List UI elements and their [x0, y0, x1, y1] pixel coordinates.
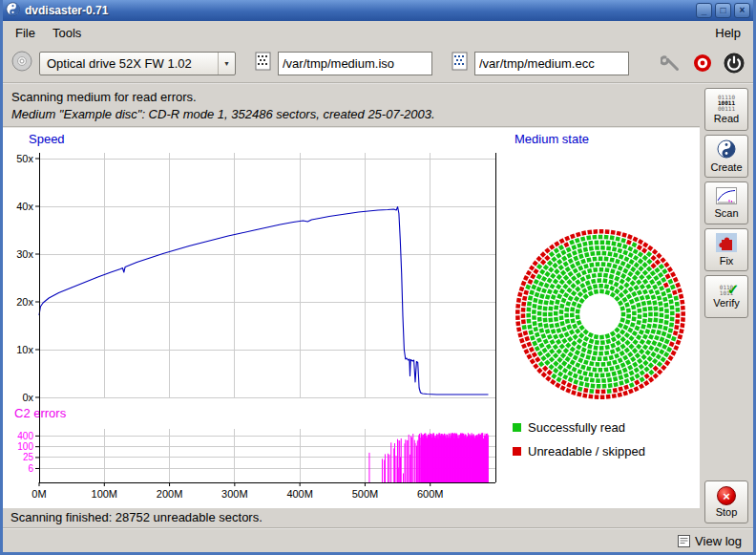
svg-text:0x: 0x — [22, 392, 33, 403]
toolbar: Optical drive 52X FW 1.02 ▼ — [3, 44, 753, 82]
read-button[interactable]: 01110 10011 00111 Read — [704, 88, 748, 131]
stop-button-label: Stop — [716, 506, 738, 518]
menu-tools[interactable]: Tools — [44, 23, 90, 43]
menu-file[interactable]: File — [7, 23, 44, 43]
menu-help[interactable]: Help — [706, 23, 749, 43]
drive-selector-value: Optical drive 52X FW 1.02 — [47, 56, 218, 71]
verify-button[interactable]: 0110 1011 ✓ Verify — [704, 275, 748, 318]
log-icon — [678, 535, 690, 547]
read-button-label: Read — [714, 113, 739, 124]
status-line-2: Medium "Example disc": CD-R mode 1, 3524… — [11, 107, 691, 121]
scan-result-text: Scanning finished: 28752 unreadable sect… — [3, 508, 700, 527]
svg-text:0M: 0M — [32, 488, 46, 500]
menubar: File Tools Help — [3, 21, 753, 44]
svg-text:400: 400 — [17, 431, 33, 441]
create-button[interactable]: Create — [704, 135, 748, 178]
svg-text:200M: 200M — [157, 488, 183, 500]
verify-button-label: Verify — [713, 297, 740, 309]
check-icon: ✓ — [727, 281, 740, 298]
dvdisaster-window: dvdisaster-0.71 _ □ × File Tools Help Op… — [0, 0, 756, 555]
legend-color-swatch-red — [513, 447, 521, 456]
status-line-1: Scanning medium for read errors. — [11, 90, 691, 104]
ecc-path-input[interactable] — [474, 52, 629, 75]
legend-label: Successfully read — [528, 420, 625, 435]
medium-state-title: Medium state — [514, 132, 589, 146]
verify-check-icon: 0110 1011 ✓ — [720, 285, 733, 296]
status-info: Scanning medium for read errors. Medium … — [3, 84, 700, 126]
ecc-file-icon — [452, 52, 469, 75]
preferences-button[interactable] — [660, 52, 682, 75]
svg-text:100M: 100M — [92, 488, 118, 500]
svg-text:500M: 500M — [352, 488, 379, 500]
svg-text:50x: 50x — [16, 153, 33, 164]
svg-text:30x: 30x — [16, 248, 33, 260]
yin-yang-icon — [717, 139, 736, 160]
stop-x-icon: × — [717, 486, 736, 505]
svg-text:600M: 600M — [417, 488, 444, 500]
quit-button[interactable] — [723, 52, 746, 75]
disc-svg — [507, 221, 694, 408]
window-title: dvdisaster-0.71 — [25, 4, 108, 17]
binary-read-icon: 01110 10011 00111 — [718, 95, 735, 112]
legend-item: Unreadable / skipped — [513, 444, 645, 459]
svg-text:25: 25 — [23, 452, 34, 462]
bottombar: View log — [3, 529, 753, 552]
scan-button[interactable]: Scan — [704, 181, 748, 224]
plot-svg: 0x10x20x30x40x50x4001002560M100M200M300M… — [3, 128, 509, 508]
help-button[interactable] — [691, 52, 714, 75]
app-icon — [6, 2, 20, 20]
chart-canvas: Speed Medium state C2 errors 0x10x20x30x… — [3, 128, 700, 508]
svg-text:40x: 40x — [16, 201, 33, 212]
create-button-label: Create — [710, 161, 742, 173]
stop-button[interactable]: × Stop — [704, 480, 748, 523]
svg-text:100: 100 — [17, 441, 33, 452]
view-log-label: View log — [695, 534, 742, 548]
svg-text:300M: 300M — [221, 488, 248, 500]
maximize-button[interactable]: □ — [715, 3, 731, 18]
drive-selector[interactable]: Optical drive 52X FW 1.02 ▼ — [39, 52, 236, 75]
minimize-button[interactable]: _ — [696, 3, 712, 18]
iso-file-icon — [255, 52, 272, 75]
view-log-button[interactable]: View log — [672, 532, 747, 550]
scan-button-label: Scan — [714, 207, 738, 219]
close-button[interactable]: × — [734, 3, 750, 18]
legend-item: Successfully read — [513, 420, 625, 435]
power-icon — [724, 53, 745, 74]
lifebelt-icon — [692, 53, 713, 74]
drive-icon — [10, 50, 33, 76]
svg-text:6: 6 — [28, 463, 33, 474]
svg-text:400M: 400M — [286, 488, 313, 500]
titlebar: dvdisaster-0.71 _ □ × — [3, 0, 753, 21]
fix-button-label: Fix — [720, 255, 734, 267]
sidebar: 01110 10011 00111 Read Create — [700, 84, 753, 527]
legend-label: Unreadable / skipped — [528, 444, 645, 459]
legend-color-swatch-green — [513, 423, 521, 432]
iso-path-input[interactable] — [278, 52, 432, 75]
chevron-down-icon: ▼ — [218, 53, 235, 75]
svg-text:10x: 10x — [16, 344, 33, 355]
wrench-icon — [661, 53, 682, 74]
puzzle-piece-icon — [716, 233, 737, 254]
fix-button[interactable]: Fix — [704, 228, 748, 271]
svg-text:20x: 20x — [16, 296, 33, 308]
scan-chart-icon — [716, 187, 737, 206]
main-area: Scanning medium for read errors. Medium … — [3, 84, 753, 527]
